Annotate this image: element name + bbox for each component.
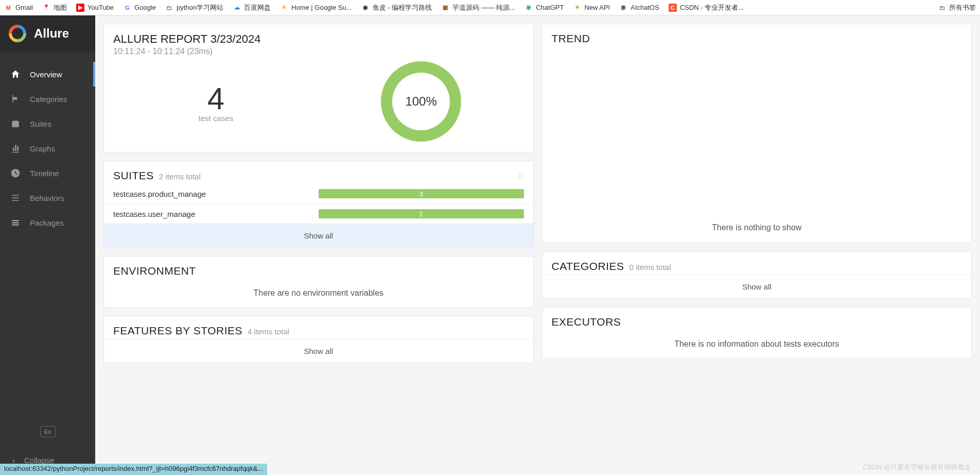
mask-icon: ▦	[441, 4, 449, 12]
folder-icon: 🗀	[165, 4, 173, 12]
bookmark-label: CSDN - 专业开发者...	[680, 3, 744, 12]
google-icon: G	[123, 4, 131, 12]
youtube-icon: ▶	[76, 4, 84, 12]
sun-icon: ☀	[280, 4, 288, 12]
bookmark-youtube[interactable]: ▶YouTube	[76, 4, 114, 12]
bookmark-label: 鱼皮 - 编程学习路线	[373, 3, 432, 12]
bookmark-label: Google	[134, 4, 156, 11]
bookmark-label: 芋道源码 —— 纯源...	[452, 3, 515, 12]
bookmark-label: 地图	[54, 3, 67, 12]
baidu-icon: ☁	[233, 4, 241, 12]
bookmark-google[interactable]: GGoogle	[123, 4, 156, 12]
bookmark-gmail[interactable]: MGmail	[4, 4, 33, 12]
bookmark-label: 百度网盘	[244, 3, 271, 12]
bookmark-all[interactable]: 🗀所有书签	[938, 3, 976, 12]
bookmark-maps[interactable]: 📍地图	[42, 3, 67, 12]
bookmark-baidu[interactable]: ☁百度网盘	[233, 3, 271, 12]
bookmark-label: AIchatOS	[631, 4, 659, 11]
bookmark-label: Home | Google Su...	[291, 4, 352, 11]
bookmark-label: YouTube	[87, 4, 114, 11]
openai-icon: ֍	[524, 4, 533, 12]
csdn-icon: C	[669, 4, 677, 12]
bookmark-google-su[interactable]: ☀Home | Google Su...	[280, 4, 352, 12]
bookmark-csdn[interactable]: CCSDN - 专业开发者...	[669, 3, 744, 12]
bookmark-label: python学习网站	[177, 3, 223, 12]
gmail-icon: M	[4, 4, 12, 12]
globe-icon: ◉	[361, 4, 370, 12]
bookmark-label: ChatGPT	[536, 4, 564, 11]
bookmarks-bar: MGmail 📍地图 ▶YouTube GGoogle 🗀python学习网站 …	[0, 0, 980, 15]
bookmark-yupi[interactable]: ◉鱼皮 - 编程学习路线	[361, 3, 432, 12]
bookmark-yudao[interactable]: ▦芋道源码 —— 纯源...	[441, 3, 515, 12]
bookmark-label: 所有书签	[949, 3, 976, 12]
bookmark-label: New API	[584, 4, 610, 11]
maps-icon: 📍	[42, 4, 50, 12]
bookmark-python-folder[interactable]: 🗀python学习网站	[165, 3, 223, 12]
bookmark-aichatos[interactable]: ֍AIchatOS	[619, 4, 659, 12]
wreath-icon: ✶	[573, 4, 581, 12]
bookmark-newapi[interactable]: ✶New API	[573, 4, 610, 12]
folder-icon: 🗀	[938, 4, 946, 12]
bookmark-chatgpt[interactable]: ֍ChatGPT	[524, 4, 564, 12]
swirl-icon: ֍	[619, 4, 627, 12]
bookmark-label: Gmail	[15, 4, 33, 11]
